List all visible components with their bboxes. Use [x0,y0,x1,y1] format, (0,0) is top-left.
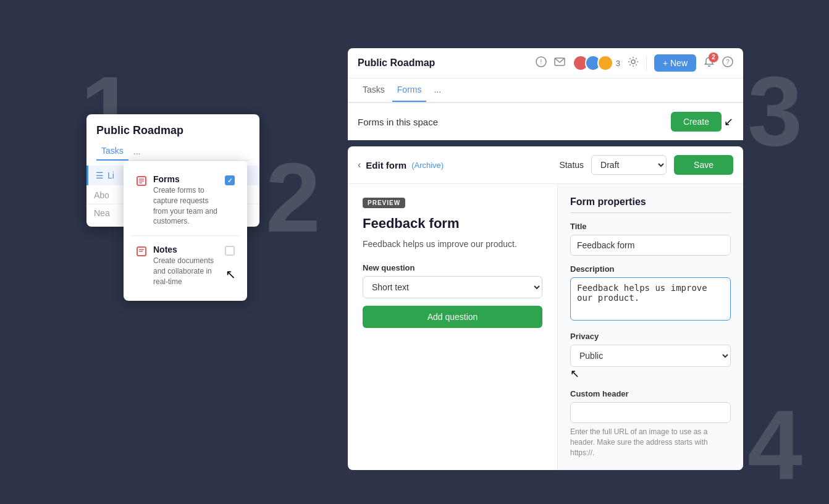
status-label: Status [559,160,584,170]
forms-bar-text: Forms in this space [358,117,438,127]
properties-side: Form properties Title Description Feedba… [558,184,743,470]
top-panel-tabs: Tasks Forms ... [348,78,743,102]
question-type-select[interactable]: Short text Long text Multiple choice Che… [363,276,542,298]
panel1-tab-tasks[interactable]: Tasks [96,142,128,161]
custom-header-hint: Enter the full URL of an image to use as… [570,427,731,458]
status-select[interactable]: Draft Published Archived [591,155,667,175]
title-prop-input[interactable] [570,235,731,256]
svg-point-10 [631,60,635,64]
description-prop-label: Description [570,264,731,274]
edit-form-title: Edit form [366,160,406,170]
panel1-tabs: Tasks ... [96,142,250,161]
divider-1 [646,56,647,70]
notification-bell[interactable]: 2 [704,56,715,70]
notes-item-content: Notes Create documents and collaborate i… [153,245,219,287]
edit-panel-left: ‹ Edit form (Archive) [358,159,444,170]
panel1-title: Public Roadmap [96,124,250,137]
dropdown-forms-item[interactable]: Forms Create forms to capture requests f… [131,168,240,233]
forms-item-desc: Create forms to capture requests from yo… [153,185,219,227]
avatar-3 [597,55,613,71]
step-4-number: 4 [747,395,802,494]
back-icon[interactable]: ‹ [358,159,361,170]
dropdown-notes-item[interactable]: Notes Create documents and collaborate i… [131,238,240,293]
mail-icon[interactable] [554,57,565,69]
save-button[interactable]: Save [674,155,733,175]
create-area: Create ↙ [671,112,733,132]
privacy-prop-label: Privacy [570,332,731,341]
notes-icon [136,246,147,257]
dropdown-divider [131,235,240,236]
cursor-create: ↙ [724,115,733,128]
title-prop-label: Title [570,222,731,231]
forms-item-title: Forms [153,174,219,184]
gear-icon[interactable] [628,56,639,70]
panel1-dropdown: Forms Create forms to capture requests f… [124,161,247,301]
custom-header-prop-input[interactable] [570,402,731,423]
panel1-header: Public Roadmap Tasks ... [86,114,259,161]
forms-icon [136,175,147,187]
top-panel-header: Public Roadmap ! [348,48,743,78]
notes-item-title: Notes [153,245,219,254]
right-container: Public Roadmap ! [348,48,743,470]
preview-badge: PREVIEW [363,198,405,208]
preview-side: PREVIEW Feedback form Feedback helps us … [348,184,558,470]
new-question-label: New question [363,263,542,272]
preview-description: Feedback helps us improve our product. [363,238,542,251]
step-2-number: 2 [266,148,321,247]
properties-title: Form properties [570,196,731,213]
notes-item-desc: Create documents and collaborate in real… [153,256,219,287]
avatars-group: 3 [573,55,620,71]
top-panel: Public Roadmap ! [348,48,743,103]
step-3-number: 3 [747,62,802,161]
cursor-privacy: ↖ [570,368,579,380]
custom-header-prop-label: Custom header [570,389,731,398]
preview-form-title: Feedback form [363,216,542,232]
edit-panel-right: Status Draft Published Archived Save [559,155,733,175]
top-panel-actions: ! 3 [536,54,733,72]
archive-link[interactable]: (Archive) [411,161,444,170]
new-button[interactable]: + New [654,54,696,72]
avatar-count: 3 [616,59,620,68]
notification-badge: 2 [709,52,718,62]
help-icon[interactable]: ? [722,56,733,70]
notes-checkbox[interactable] [225,246,235,256]
svg-text:?: ? [726,59,730,65]
edit-panel-header: ‹ Edit form (Archive) Status Draft Publi… [348,146,743,184]
forms-bar: Forms in this space Create ↙ [348,103,743,140]
list-icon: ☰ [96,170,104,180]
edit-panel: ‹ Edit form (Archive) Status Draft Publi… [348,146,743,470]
alert-icon[interactable]: ! [536,56,547,70]
tab-tasks[interactable]: Tasks [358,78,390,102]
add-question-button[interactable]: Add question [363,306,542,328]
edit-body: PREVIEW Feedback form Feedback helps us … [348,184,743,470]
forms-checkbox[interactable]: ✓ [225,175,235,185]
svg-text:!: ! [540,59,542,65]
tab-forms[interactable]: Forms [392,78,427,102]
create-button[interactable]: Create [671,112,722,132]
panel1-tab-dots[interactable]: ... [131,143,143,160]
tab-dots[interactable]: ... [429,78,446,102]
top-panel-title: Public Roadmap [358,57,435,69]
panel1-list-text: Li [107,170,114,180]
forms-item-content: Forms Create forms to capture requests f… [153,174,219,227]
description-prop-textarea[interactable]: Feedback helps us improve our product. [570,277,731,321]
privacy-prop-select[interactable]: Public Private Team only [570,345,731,367]
